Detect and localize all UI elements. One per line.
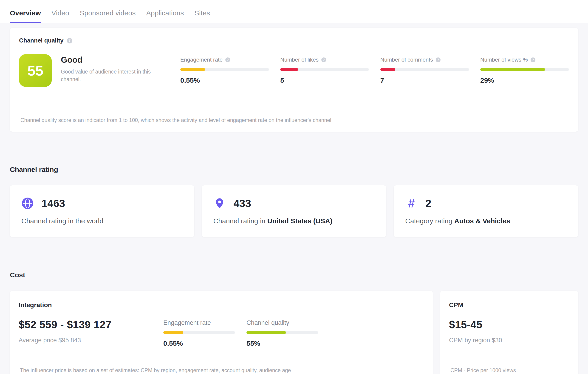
metric-number-of-comments: Number of comments ? 7: [380, 56, 469, 84]
rating-card-category: # 2 Category rating Autos & Vehicles: [394, 185, 578, 237]
help-icon[interactable]: ?: [531, 57, 536, 62]
metric-engagement-rate: Engagement rate ? 0.55%: [180, 56, 269, 84]
progress-fill: [480, 68, 545, 71]
metric-value: 0.55%: [163, 340, 235, 347]
channel-rating-heading: Channel rating: [10, 166, 578, 173]
cost-heading: Cost: [10, 271, 578, 279]
world-rating-value: 1463: [42, 197, 65, 210]
country-rating-value: 433: [234, 197, 251, 210]
rating-card-country: 433 Channel rating in United States (USA…: [202, 185, 386, 237]
help-icon[interactable]: ?: [321, 57, 326, 62]
channel-quality-score: 55: [28, 63, 43, 79]
metric-label-row: Number of comments ?: [380, 56, 469, 63]
progress-bar: [163, 331, 235, 334]
metric-number-of-likes: Number of likes ? 5: [280, 56, 369, 84]
hash-icon: #: [405, 197, 418, 210]
metric-label-row: Number of views % ?: [480, 56, 569, 63]
metric-value: 7: [380, 76, 469, 84]
cpm-card: CPM $15-45 CPM by region $30 CPM - Price…: [440, 291, 578, 374]
progress-fill: [246, 331, 286, 334]
metric-value: 5: [280, 76, 369, 84]
integration-footnote: The influencer price is based on a set o…: [19, 360, 424, 374]
metric-value: 29%: [480, 76, 569, 84]
integration-metric-engagement-rate: Engagement rate 0.55%: [163, 319, 235, 347]
tab-sites[interactable]: Sites: [195, 9, 210, 23]
progress-fill: [380, 68, 396, 71]
location-pin-icon: [213, 197, 226, 210]
help-icon[interactable]: ?: [436, 57, 441, 62]
rating-card-top: 1463: [21, 197, 183, 210]
integration-metric-channel-quality: Channel quality 55%: [246, 319, 318, 347]
channel-quality-body: 55 Good Good value of audience interest …: [19, 54, 569, 87]
tab-video[interactable]: Video: [52, 9, 69, 23]
integration-average-price: Average price $95 843: [19, 337, 152, 344]
channel-quality-grade: Good: [61, 55, 164, 65]
category-rating-label: Category rating Autos & Vehicles: [405, 217, 567, 225]
country-rating-label: Channel rating in United States (USA): [213, 217, 375, 225]
progress-bar: [280, 68, 369, 71]
tab-applications[interactable]: Applications: [146, 9, 184, 23]
main-content: Channel quality ? 55 Good Good value of …: [0, 23, 588, 374]
category-rating-value: 2: [425, 197, 431, 210]
cpm-region-price: CPM by region $30: [449, 337, 569, 344]
progress-fill: [163, 331, 183, 334]
cost-row: Integration $52 559 - $139 127 Average p…: [10, 291, 578, 374]
globe-icon: [21, 197, 34, 210]
rating-label-bold: Autos & Vehicles: [454, 217, 510, 225]
cpm-price-range: $15-45: [449, 318, 569, 331]
progress-fill: [180, 68, 205, 71]
integration-title: Integration: [19, 301, 424, 309]
metric-label: Channel quality: [246, 319, 289, 326]
metric-number-of-views: Number of views % ? 29%: [480, 56, 569, 84]
metric-value: 0.55%: [180, 76, 269, 84]
metric-label: Number of likes: [280, 56, 319, 63]
metric-label: Engagement rate: [163, 319, 211, 326]
channel-quality-title: Channel quality: [19, 37, 64, 44]
channel-quality-score-badge: 55: [19, 54, 52, 87]
tab-bar: Overview Video Sponsored videos Applicat…: [0, 0, 588, 23]
rating-label-text: Channel rating in the world: [21, 217, 103, 225]
rating-card-world: 1463 Channel rating in the world: [10, 185, 194, 237]
metric-label-row: Channel quality: [246, 319, 318, 326]
cpm-title: CPM: [449, 301, 569, 309]
channel-rating-row: 1463 Channel rating in the world 433 Cha…: [10, 185, 578, 237]
metric-value: 55%: [246, 340, 318, 347]
progress-bar: [380, 68, 469, 71]
progress-bar: [246, 331, 318, 334]
rating-label-text: Channel rating in: [213, 217, 267, 225]
rating-card-top: 433: [213, 197, 375, 210]
cpm-footnote: CPM - Price per 1000 views: [449, 360, 569, 374]
progress-bar: [480, 68, 569, 71]
world-rating-label: Channel rating in the world: [21, 217, 183, 225]
metric-label: Number of comments: [380, 56, 433, 63]
integration-price-block: $52 559 - $139 127 Average price $95 843: [19, 318, 152, 344]
channel-quality-description: Good value of audience interest in this …: [61, 68, 162, 83]
metric-label: Number of views %: [480, 56, 528, 63]
help-icon[interactable]: ?: [225, 57, 230, 62]
channel-quality-metrics: Engagement rate ? 0.55% Number of likes …: [180, 56, 569, 84]
integration-body: $52 559 - $139 127 Average price $95 843…: [19, 318, 424, 347]
metric-label-row: Number of likes ?: [280, 56, 369, 63]
channel-quality-card: Channel quality ? 55 Good Good value of …: [10, 28, 578, 132]
tab-overview[interactable]: Overview: [10, 9, 41, 23]
rating-label-text: Category rating: [405, 217, 454, 225]
metric-label: Engagement rate: [180, 56, 222, 63]
metric-label-row: Engagement rate: [163, 319, 235, 326]
channel-quality-summary: Good Good value of audience interest in …: [61, 54, 164, 83]
progress-fill: [280, 68, 298, 71]
tab-sponsored-videos[interactable]: Sponsored videos: [80, 9, 136, 23]
progress-bar: [180, 68, 269, 71]
metric-label-row: Engagement rate ?: [180, 56, 269, 63]
integration-card: Integration $52 559 - $139 127 Average p…: [10, 291, 433, 374]
help-icon[interactable]: ?: [67, 38, 72, 43]
channel-quality-header: Channel quality ?: [19, 37, 569, 44]
channel-quality-footnote: Channel quality score is an indicator fr…: [19, 110, 569, 132]
rating-card-top: # 2: [405, 197, 567, 210]
rating-label-bold: United States (USA): [267, 217, 332, 225]
integration-price-range: $52 559 - $139 127: [19, 318, 152, 331]
